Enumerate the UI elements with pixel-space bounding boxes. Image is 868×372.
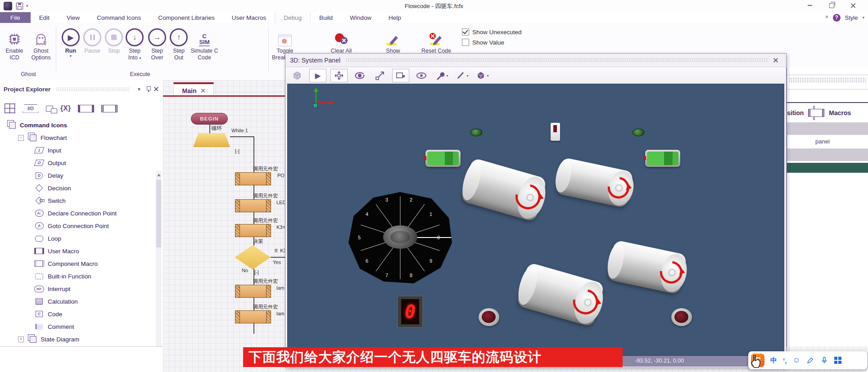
project-explorer-header[interactable]: Project Explorer ▼ xyxy=(0,83,163,95)
pin-icon[interactable] xyxy=(146,86,150,92)
flow-component-macro-shape[interactable] xyxy=(235,172,271,185)
round-led[interactable] xyxy=(479,308,499,326)
tree-item-goto-connection-point[interactable]: A Goto Connection Point xyxy=(0,220,155,232)
3d-paint-tool[interactable]: ▾ xyxy=(454,69,470,82)
dc-motor[interactable] xyxy=(555,157,634,208)
dc-motor[interactable] xyxy=(606,240,687,295)
style-dropdown[interactable]: Style xyxy=(845,14,858,21)
menu-window[interactable]: Window xyxy=(341,12,380,23)
menu-view[interactable]: View xyxy=(58,12,88,23)
battery-pack[interactable] xyxy=(425,150,461,167)
ghost-options-button[interactable]: Ghost Options xyxy=(28,26,54,61)
flow-decision-shape[interactable] xyxy=(235,245,271,269)
menu-edit[interactable]: Edit xyxy=(31,12,58,23)
run-button[interactable]: ▶ Run ▾ xyxy=(59,26,82,58)
tree-item-calculation[interactable]: Calculation xyxy=(0,295,155,308)
expander-closed-icon[interactable]: + xyxy=(18,336,24,342)
panel-close-icon[interactable] xyxy=(154,87,158,91)
restore-button[interactable] xyxy=(822,0,841,11)
dc-motor[interactable] xyxy=(461,157,547,222)
flow-begin-shape[interactable]: BEGIN xyxy=(191,113,228,125)
3d-panel-close-icon[interactable] xyxy=(773,58,778,63)
minimize-button[interactable] xyxy=(800,0,819,11)
reset-code-button[interactable]: Reset Code xyxy=(421,26,451,54)
tree-item-input[interactable]: 1 Input xyxy=(0,144,155,157)
green-led[interactable] xyxy=(470,129,482,136)
collapse-marker[interactable]: [-] xyxy=(254,269,259,275)
menu-build[interactable]: Build xyxy=(311,12,341,23)
3d-configure-tool[interactable]: ▾ xyxy=(434,69,450,82)
3d-box-select-tool[interactable] xyxy=(392,69,409,82)
tree-item-component-macro[interactable]: Component Macro xyxy=(0,257,155,270)
dock-row[interactable] xyxy=(787,148,868,161)
tree-item-decision[interactable]: Decision xyxy=(0,182,155,194)
scrollbar-thumb[interactable] xyxy=(156,180,161,247)
dock-row-panel[interactable]: panel xyxy=(787,135,868,148)
battery-pack[interactable] xyxy=(645,150,680,167)
ime-punctuation-icon[interactable]: ’, xyxy=(783,357,787,364)
dock-row[interactable] xyxy=(787,122,868,135)
ime-emoji-icon[interactable]: ☺ xyxy=(792,356,800,365)
flow-component-macro-shape[interactable] xyxy=(235,310,271,323)
style-caret-icon[interactable]: ▾ xyxy=(862,15,864,20)
flow-component-macro-shape[interactable] xyxy=(235,224,271,237)
ime-language-icon[interactable]: 中 xyxy=(770,356,777,365)
tree-node-state-diagram[interactable]: + State Diagram xyxy=(0,333,155,345)
tab-close-icon[interactable] xyxy=(201,89,205,93)
close-button[interactable] xyxy=(844,0,863,11)
3d-move-tool[interactable] xyxy=(330,69,348,82)
expander-open-icon[interactable]: − xyxy=(18,135,24,141)
rotary-switch[interactable]: 0 1 2 3 4 5 6 7 8 9 xyxy=(348,192,452,284)
show-unexecuted-checkbox[interactable]: Show Unexecuted xyxy=(462,28,522,36)
3d-shape-tool[interactable]: ▾ xyxy=(474,69,490,82)
tree-item-interrupt[interactable]: INT Interrupt xyxy=(0,282,155,295)
menu-command-icons[interactable]: Command Icons xyxy=(88,12,149,23)
enable-icd-button[interactable]: Enable ICD xyxy=(3,26,26,61)
tree-root-command-icons[interactable]: Command Icons xyxy=(0,119,155,131)
flow-loop-shape[interactable] xyxy=(193,133,230,147)
expressions-icon[interactable]: {X} xyxy=(60,104,71,112)
user-macro-icon[interactable] xyxy=(78,105,94,112)
tree-node-flowchart[interactable]: − Flowchart xyxy=(0,131,155,144)
dock-row-selected[interactable] xyxy=(787,163,868,173)
seven-segment-display[interactable]: 0 xyxy=(397,296,423,328)
flow-component-macro-shape[interactable] xyxy=(235,285,271,298)
ime-mic-icon[interactable] xyxy=(820,356,828,364)
tree-item-code[interactable]: C Code xyxy=(0,308,155,320)
flow-component-macro-shape[interactable] xyxy=(235,199,271,212)
stop-button[interactable]: Stop xyxy=(102,26,126,54)
component-macro-icon[interactable] xyxy=(101,105,118,112)
3d-resize-tool[interactable] xyxy=(372,69,388,82)
scroll-up-icon[interactable] xyxy=(157,174,161,176)
io-icon[interactable]: I/O xyxy=(23,104,39,113)
menu-component-libraries[interactable]: Component Libraries xyxy=(149,12,223,23)
simulate-c-code-button[interactable]: CSIM Simulate C Code xyxy=(190,26,219,61)
tree-item-loop[interactable]: Loop xyxy=(0,232,155,245)
menu-file[interactable]: File xyxy=(0,12,31,23)
tree-item-user-macro[interactable]: User Macro xyxy=(0,245,155,257)
ime-pen-icon[interactable] xyxy=(806,356,814,364)
3d-viewport[interactable]: 0 1 2 3 4 5 6 7 8 9 0 xyxy=(287,84,784,356)
menu-help[interactable]: Help xyxy=(380,12,410,23)
dial-knob[interactable] xyxy=(383,225,417,249)
icon-grid-icon[interactable] xyxy=(5,103,15,113)
3d-rotate-tool[interactable] xyxy=(352,69,368,82)
tree-item-comment[interactable]: Comment xyxy=(0,320,155,333)
3d-visibility-tool[interactable] xyxy=(413,69,429,82)
explorer-scrollbar[interactable] xyxy=(156,171,162,372)
tree-item-output[interactable]: O Output xyxy=(0,157,155,169)
3d-panel-title-bar[interactable]: 3D: System Panel xyxy=(285,54,786,67)
help-icon[interactable]: ? xyxy=(833,14,841,22)
tree-item-built-in-function[interactable]: Built-in Function xyxy=(0,270,155,282)
step-over-button[interactable]: → Step Over xyxy=(147,26,167,61)
green-led[interactable] xyxy=(633,129,644,136)
ime-keyboard-icon[interactable] xyxy=(834,357,841,364)
tree-item-delay[interactable]: D Delay xyxy=(0,169,155,182)
panels-icon[interactable] xyxy=(46,106,53,112)
tree-item-declare-connection-point[interactable]: A: Declare Connection Point xyxy=(0,207,155,220)
tree-item-switch[interactable]: Switch xyxy=(0,194,155,207)
collapse-ribbon-icon[interactable]: ^ xyxy=(825,15,828,20)
show-value-checkbox[interactable]: Show Value xyxy=(462,39,504,46)
3d-run-tool[interactable]: ▶ xyxy=(309,69,326,82)
step-out-button[interactable]: ↑ Step Out xyxy=(169,26,189,61)
